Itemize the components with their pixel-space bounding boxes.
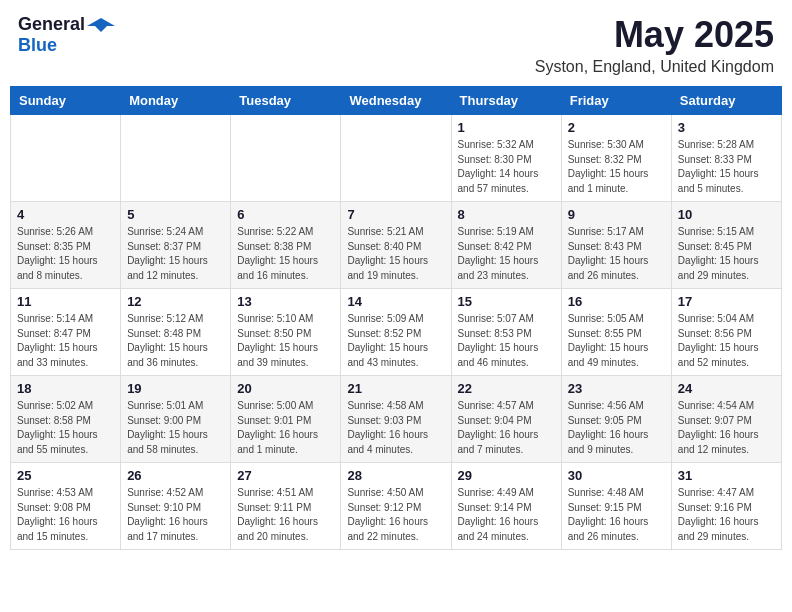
day-number: 25 (17, 468, 114, 483)
day-cell: 25Sunrise: 4:53 AM Sunset: 9:08 PM Dayli… (11, 463, 121, 550)
day-info: Sunrise: 4:53 AM Sunset: 9:08 PM Dayligh… (17, 486, 114, 544)
logo: General Blue (18, 14, 115, 56)
day-number: 2 (568, 120, 665, 135)
day-info: Sunrise: 5:17 AM Sunset: 8:43 PM Dayligh… (568, 225, 665, 283)
weekday-header-monday: Monday (121, 87, 231, 115)
day-number: 30 (568, 468, 665, 483)
logo-general-text: General (18, 14, 85, 35)
day-number: 28 (347, 468, 444, 483)
day-cell: 4Sunrise: 5:26 AM Sunset: 8:35 PM Daylig… (11, 202, 121, 289)
day-info: Sunrise: 4:48 AM Sunset: 9:15 PM Dayligh… (568, 486, 665, 544)
day-cell: 9Sunrise: 5:17 AM Sunset: 8:43 PM Daylig… (561, 202, 671, 289)
day-info: Sunrise: 5:12 AM Sunset: 8:48 PM Dayligh… (127, 312, 224, 370)
day-info: Sunrise: 5:10 AM Sunset: 8:50 PM Dayligh… (237, 312, 334, 370)
day-info: Sunrise: 5:01 AM Sunset: 9:00 PM Dayligh… (127, 399, 224, 457)
main-title: May 2025 (535, 14, 774, 56)
day-cell: 15Sunrise: 5:07 AM Sunset: 8:53 PM Dayli… (451, 289, 561, 376)
day-cell: 22Sunrise: 4:57 AM Sunset: 9:04 PM Dayli… (451, 376, 561, 463)
day-cell: 3Sunrise: 5:28 AM Sunset: 8:33 PM Daylig… (671, 115, 781, 202)
week-row-1: 1Sunrise: 5:32 AM Sunset: 8:30 PM Daylig… (11, 115, 782, 202)
week-row-5: 25Sunrise: 4:53 AM Sunset: 9:08 PM Dayli… (11, 463, 782, 550)
day-cell: 8Sunrise: 5:19 AM Sunset: 8:42 PM Daylig… (451, 202, 561, 289)
day-info: Sunrise: 5:22 AM Sunset: 8:38 PM Dayligh… (237, 225, 334, 283)
day-number: 15 (458, 294, 555, 309)
day-number: 22 (458, 381, 555, 396)
day-info: Sunrise: 5:21 AM Sunset: 8:40 PM Dayligh… (347, 225, 444, 283)
day-cell: 17Sunrise: 5:04 AM Sunset: 8:56 PM Dayli… (671, 289, 781, 376)
weekday-header-tuesday: Tuesday (231, 87, 341, 115)
day-number: 5 (127, 207, 224, 222)
day-number: 31 (678, 468, 775, 483)
day-info: Sunrise: 4:56 AM Sunset: 9:05 PM Dayligh… (568, 399, 665, 457)
day-number: 13 (237, 294, 334, 309)
day-info: Sunrise: 5:32 AM Sunset: 8:30 PM Dayligh… (458, 138, 555, 196)
day-info: Sunrise: 5:24 AM Sunset: 8:37 PM Dayligh… (127, 225, 224, 283)
svg-marker-0 (87, 18, 115, 32)
day-info: Sunrise: 5:15 AM Sunset: 8:45 PM Dayligh… (678, 225, 775, 283)
day-info: Sunrise: 5:04 AM Sunset: 8:56 PM Dayligh… (678, 312, 775, 370)
day-cell: 26Sunrise: 4:52 AM Sunset: 9:10 PM Dayli… (121, 463, 231, 550)
weekday-header-row: SundayMondayTuesdayWednesdayThursdayFrid… (11, 87, 782, 115)
day-info: Sunrise: 5:14 AM Sunset: 8:47 PM Dayligh… (17, 312, 114, 370)
day-info: Sunrise: 4:57 AM Sunset: 9:04 PM Dayligh… (458, 399, 555, 457)
day-number: 17 (678, 294, 775, 309)
day-cell: 20Sunrise: 5:00 AM Sunset: 9:01 PM Dayli… (231, 376, 341, 463)
day-cell: 5Sunrise: 5:24 AM Sunset: 8:37 PM Daylig… (121, 202, 231, 289)
week-row-2: 4Sunrise: 5:26 AM Sunset: 8:35 PM Daylig… (11, 202, 782, 289)
day-cell (341, 115, 451, 202)
day-number: 26 (127, 468, 224, 483)
day-info: Sunrise: 5:05 AM Sunset: 8:55 PM Dayligh… (568, 312, 665, 370)
day-info: Sunrise: 5:28 AM Sunset: 8:33 PM Dayligh… (678, 138, 775, 196)
day-cell: 6Sunrise: 5:22 AM Sunset: 8:38 PM Daylig… (231, 202, 341, 289)
day-cell: 10Sunrise: 5:15 AM Sunset: 8:45 PM Dayli… (671, 202, 781, 289)
day-cell: 28Sunrise: 4:50 AM Sunset: 9:12 PM Dayli… (341, 463, 451, 550)
day-cell: 12Sunrise: 5:12 AM Sunset: 8:48 PM Dayli… (121, 289, 231, 376)
day-info: Sunrise: 4:54 AM Sunset: 9:07 PM Dayligh… (678, 399, 775, 457)
day-number: 11 (17, 294, 114, 309)
day-info: Sunrise: 4:52 AM Sunset: 9:10 PM Dayligh… (127, 486, 224, 544)
day-number: 10 (678, 207, 775, 222)
day-cell: 7Sunrise: 5:21 AM Sunset: 8:40 PM Daylig… (341, 202, 451, 289)
subtitle: Syston, England, United Kingdom (535, 58, 774, 76)
title-area: May 2025 Syston, England, United Kingdom (535, 14, 774, 76)
day-number: 20 (237, 381, 334, 396)
day-number: 12 (127, 294, 224, 309)
day-cell: 1Sunrise: 5:32 AM Sunset: 8:30 PM Daylig… (451, 115, 561, 202)
day-info: Sunrise: 5:02 AM Sunset: 8:58 PM Dayligh… (17, 399, 114, 457)
day-cell: 29Sunrise: 4:49 AM Sunset: 9:14 PM Dayli… (451, 463, 561, 550)
week-row-3: 11Sunrise: 5:14 AM Sunset: 8:47 PM Dayli… (11, 289, 782, 376)
calendar: SundayMondayTuesdayWednesdayThursdayFrid… (10, 86, 782, 550)
day-cell (11, 115, 121, 202)
day-number: 27 (237, 468, 334, 483)
weekday-header-sunday: Sunday (11, 87, 121, 115)
day-cell: 30Sunrise: 4:48 AM Sunset: 9:15 PM Dayli… (561, 463, 671, 550)
day-number: 18 (17, 381, 114, 396)
weekday-header-friday: Friday (561, 87, 671, 115)
day-number: 8 (458, 207, 555, 222)
weekday-header-saturday: Saturday (671, 87, 781, 115)
day-cell: 16Sunrise: 5:05 AM Sunset: 8:55 PM Dayli… (561, 289, 671, 376)
day-info: Sunrise: 4:47 AM Sunset: 9:16 PM Dayligh… (678, 486, 775, 544)
day-number: 3 (678, 120, 775, 135)
day-info: Sunrise: 4:51 AM Sunset: 9:11 PM Dayligh… (237, 486, 334, 544)
header: General Blue May 2025 Syston, England, U… (10, 10, 782, 80)
logo-bird-icon (87, 16, 115, 34)
day-cell (231, 115, 341, 202)
day-cell: 2Sunrise: 5:30 AM Sunset: 8:32 PM Daylig… (561, 115, 671, 202)
day-info: Sunrise: 5:30 AM Sunset: 8:32 PM Dayligh… (568, 138, 665, 196)
day-number: 21 (347, 381, 444, 396)
day-cell: 13Sunrise: 5:10 AM Sunset: 8:50 PM Dayli… (231, 289, 341, 376)
day-number: 29 (458, 468, 555, 483)
day-info: Sunrise: 5:09 AM Sunset: 8:52 PM Dayligh… (347, 312, 444, 370)
day-number: 4 (17, 207, 114, 222)
day-number: 24 (678, 381, 775, 396)
day-number: 9 (568, 207, 665, 222)
day-info: Sunrise: 4:50 AM Sunset: 9:12 PM Dayligh… (347, 486, 444, 544)
weekday-header-wednesday: Wednesday (341, 87, 451, 115)
day-cell: 14Sunrise: 5:09 AM Sunset: 8:52 PM Dayli… (341, 289, 451, 376)
day-cell: 21Sunrise: 4:58 AM Sunset: 9:03 PM Dayli… (341, 376, 451, 463)
day-cell: 19Sunrise: 5:01 AM Sunset: 9:00 PM Dayli… (121, 376, 231, 463)
day-number: 19 (127, 381, 224, 396)
day-number: 6 (237, 207, 334, 222)
day-cell: 23Sunrise: 4:56 AM Sunset: 9:05 PM Dayli… (561, 376, 671, 463)
